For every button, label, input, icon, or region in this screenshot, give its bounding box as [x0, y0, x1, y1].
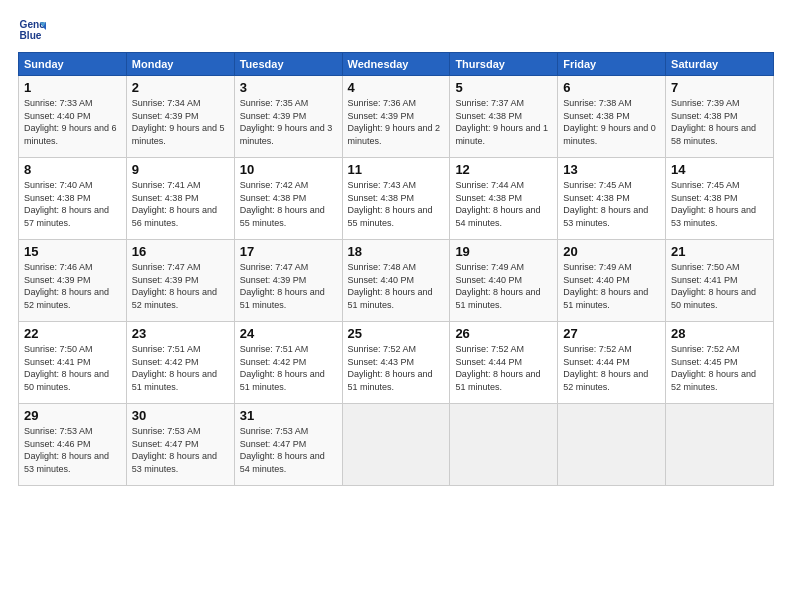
- day-number: 11: [348, 162, 445, 177]
- cell-info: Sunrise: 7:51 AMSunset: 4:42 PMDaylight:…: [132, 343, 229, 393]
- day-number: 20: [563, 244, 660, 259]
- day-number: 17: [240, 244, 337, 259]
- day-cell: 19 Sunrise: 7:49 AMSunset: 4:40 PMDaylig…: [450, 240, 558, 322]
- day-cell: 18 Sunrise: 7:48 AMSunset: 4:40 PMDaylig…: [342, 240, 450, 322]
- cell-info: Sunrise: 7:38 AMSunset: 4:38 PMDaylight:…: [563, 97, 660, 147]
- cell-info: Sunrise: 7:52 AMSunset: 4:44 PMDaylight:…: [563, 343, 660, 393]
- day-cell: [342, 404, 450, 486]
- cell-info: Sunrise: 7:49 AMSunset: 4:40 PMDaylight:…: [563, 261, 660, 311]
- day-cell: 14 Sunrise: 7:45 AMSunset: 4:38 PMDaylig…: [666, 158, 774, 240]
- header-cell-saturday: Saturday: [666, 53, 774, 76]
- day-cell: 5 Sunrise: 7:37 AMSunset: 4:38 PMDayligh…: [450, 76, 558, 158]
- cell-info: Sunrise: 7:47 AMSunset: 4:39 PMDaylight:…: [240, 261, 337, 311]
- day-cell: 7 Sunrise: 7:39 AMSunset: 4:38 PMDayligh…: [666, 76, 774, 158]
- cell-info: Sunrise: 7:46 AMSunset: 4:39 PMDaylight:…: [24, 261, 121, 311]
- day-number: 29: [24, 408, 121, 423]
- day-number: 15: [24, 244, 121, 259]
- header-cell-thursday: Thursday: [450, 53, 558, 76]
- day-cell: 6 Sunrise: 7:38 AMSunset: 4:38 PMDayligh…: [558, 76, 666, 158]
- day-number: 24: [240, 326, 337, 341]
- day-cell: 3 Sunrise: 7:35 AMSunset: 4:39 PMDayligh…: [234, 76, 342, 158]
- week-row-2: 8 Sunrise: 7:40 AMSunset: 4:38 PMDayligh…: [19, 158, 774, 240]
- day-cell: 10 Sunrise: 7:42 AMSunset: 4:38 PMDaylig…: [234, 158, 342, 240]
- cell-info: Sunrise: 7:33 AMSunset: 4:40 PMDaylight:…: [24, 97, 121, 147]
- day-number: 31: [240, 408, 337, 423]
- header-cell-wednesday: Wednesday: [342, 53, 450, 76]
- cell-info: Sunrise: 7:52 AMSunset: 4:44 PMDaylight:…: [455, 343, 552, 393]
- day-cell: 17 Sunrise: 7:47 AMSunset: 4:39 PMDaylig…: [234, 240, 342, 322]
- cell-info: Sunrise: 7:51 AMSunset: 4:42 PMDaylight:…: [240, 343, 337, 393]
- day-number: 14: [671, 162, 768, 177]
- page: General Blue SundayMondayTuesdayWednesda…: [0, 0, 792, 612]
- week-row-3: 15 Sunrise: 7:46 AMSunset: 4:39 PMDaylig…: [19, 240, 774, 322]
- day-cell: 29 Sunrise: 7:53 AMSunset: 4:46 PMDaylig…: [19, 404, 127, 486]
- day-cell: 26 Sunrise: 7:52 AMSunset: 4:44 PMDaylig…: [450, 322, 558, 404]
- day-cell: 25 Sunrise: 7:52 AMSunset: 4:43 PMDaylig…: [342, 322, 450, 404]
- day-cell: 31 Sunrise: 7:53 AMSunset: 4:47 PMDaylig…: [234, 404, 342, 486]
- day-cell: 2 Sunrise: 7:34 AMSunset: 4:39 PMDayligh…: [126, 76, 234, 158]
- day-cell: 12 Sunrise: 7:44 AMSunset: 4:38 PMDaylig…: [450, 158, 558, 240]
- day-number: 8: [24, 162, 121, 177]
- day-number: 12: [455, 162, 552, 177]
- day-cell: [558, 404, 666, 486]
- day-number: 28: [671, 326, 768, 341]
- day-number: 1: [24, 80, 121, 95]
- cell-info: Sunrise: 7:44 AMSunset: 4:38 PMDaylight:…: [455, 179, 552, 229]
- header: General Blue: [18, 16, 774, 44]
- day-cell: 8 Sunrise: 7:40 AMSunset: 4:38 PMDayligh…: [19, 158, 127, 240]
- day-cell: 4 Sunrise: 7:36 AMSunset: 4:39 PMDayligh…: [342, 76, 450, 158]
- day-cell: 16 Sunrise: 7:47 AMSunset: 4:39 PMDaylig…: [126, 240, 234, 322]
- svg-text:Blue: Blue: [20, 30, 42, 41]
- day-cell: 23 Sunrise: 7:51 AMSunset: 4:42 PMDaylig…: [126, 322, 234, 404]
- cell-info: Sunrise: 7:48 AMSunset: 4:40 PMDaylight:…: [348, 261, 445, 311]
- day-cell: 13 Sunrise: 7:45 AMSunset: 4:38 PMDaylig…: [558, 158, 666, 240]
- header-cell-tuesday: Tuesday: [234, 53, 342, 76]
- cell-info: Sunrise: 7:49 AMSunset: 4:40 PMDaylight:…: [455, 261, 552, 311]
- header-cell-monday: Monday: [126, 53, 234, 76]
- header-cell-friday: Friday: [558, 53, 666, 76]
- header-row: SundayMondayTuesdayWednesdayThursdayFrid…: [19, 53, 774, 76]
- cell-info: Sunrise: 7:52 AMSunset: 4:43 PMDaylight:…: [348, 343, 445, 393]
- header-cell-sunday: Sunday: [19, 53, 127, 76]
- cell-info: Sunrise: 7:53 AMSunset: 4:47 PMDaylight:…: [132, 425, 229, 475]
- day-cell: 28 Sunrise: 7:52 AMSunset: 4:45 PMDaylig…: [666, 322, 774, 404]
- cell-info: Sunrise: 7:45 AMSunset: 4:38 PMDaylight:…: [563, 179, 660, 229]
- cell-info: Sunrise: 7:43 AMSunset: 4:38 PMDaylight:…: [348, 179, 445, 229]
- day-cell: 1 Sunrise: 7:33 AMSunset: 4:40 PMDayligh…: [19, 76, 127, 158]
- day-number: 9: [132, 162, 229, 177]
- cell-info: Sunrise: 7:50 AMSunset: 4:41 PMDaylight:…: [24, 343, 121, 393]
- day-number: 16: [132, 244, 229, 259]
- day-number: 3: [240, 80, 337, 95]
- cell-info: Sunrise: 7:39 AMSunset: 4:38 PMDaylight:…: [671, 97, 768, 147]
- day-number: 4: [348, 80, 445, 95]
- day-cell: 20 Sunrise: 7:49 AMSunset: 4:40 PMDaylig…: [558, 240, 666, 322]
- day-number: 22: [24, 326, 121, 341]
- day-number: 19: [455, 244, 552, 259]
- day-number: 27: [563, 326, 660, 341]
- cell-info: Sunrise: 7:53 AMSunset: 4:47 PMDaylight:…: [240, 425, 337, 475]
- day-cell: 27 Sunrise: 7:52 AMSunset: 4:44 PMDaylig…: [558, 322, 666, 404]
- cell-info: Sunrise: 7:52 AMSunset: 4:45 PMDaylight:…: [671, 343, 768, 393]
- cell-info: Sunrise: 7:53 AMSunset: 4:46 PMDaylight:…: [24, 425, 121, 475]
- calendar-table: SundayMondayTuesdayWednesdayThursdayFrid…: [18, 52, 774, 486]
- cell-info: Sunrise: 7:50 AMSunset: 4:41 PMDaylight:…: [671, 261, 768, 311]
- day-cell: 22 Sunrise: 7:50 AMSunset: 4:41 PMDaylig…: [19, 322, 127, 404]
- day-cell: 21 Sunrise: 7:50 AMSunset: 4:41 PMDaylig…: [666, 240, 774, 322]
- cell-info: Sunrise: 7:47 AMSunset: 4:39 PMDaylight:…: [132, 261, 229, 311]
- cell-info: Sunrise: 7:36 AMSunset: 4:39 PMDaylight:…: [348, 97, 445, 147]
- day-number: 21: [671, 244, 768, 259]
- day-cell: [666, 404, 774, 486]
- day-number: 26: [455, 326, 552, 341]
- cell-info: Sunrise: 7:37 AMSunset: 4:38 PMDaylight:…: [455, 97, 552, 147]
- cell-info: Sunrise: 7:40 AMSunset: 4:38 PMDaylight:…: [24, 179, 121, 229]
- day-number: 25: [348, 326, 445, 341]
- day-number: 23: [132, 326, 229, 341]
- day-number: 6: [563, 80, 660, 95]
- week-row-5: 29 Sunrise: 7:53 AMSunset: 4:46 PMDaylig…: [19, 404, 774, 486]
- cell-info: Sunrise: 7:41 AMSunset: 4:38 PMDaylight:…: [132, 179, 229, 229]
- day-cell: 9 Sunrise: 7:41 AMSunset: 4:38 PMDayligh…: [126, 158, 234, 240]
- week-row-4: 22 Sunrise: 7:50 AMSunset: 4:41 PMDaylig…: [19, 322, 774, 404]
- day-cell: 30 Sunrise: 7:53 AMSunset: 4:47 PMDaylig…: [126, 404, 234, 486]
- day-cell: 24 Sunrise: 7:51 AMSunset: 4:42 PMDaylig…: [234, 322, 342, 404]
- day-number: 18: [348, 244, 445, 259]
